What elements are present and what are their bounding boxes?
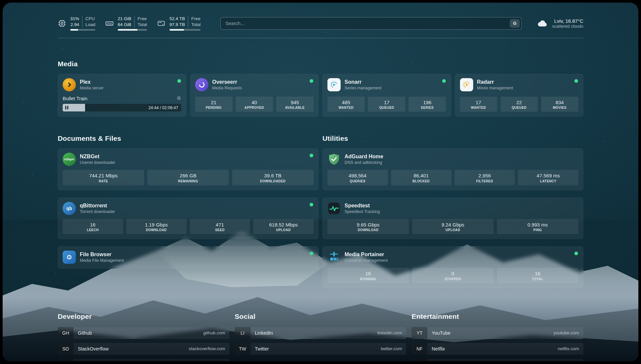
radarr-stat-wanted: 17 WANTED (460, 97, 497, 112)
bookmark-url: github.com (203, 330, 225, 335)
cpu-load-label: Load (85, 22, 95, 28)
status-dot (177, 79, 181, 83)
plex-now-playing: Bullet Train ⚙ 24:44 / 02:06:47 (63, 95, 181, 111)
bookmark-url: twitter.com (381, 346, 402, 351)
speedtest-icon (327, 202, 341, 215)
memory-total-label: Total (137, 22, 147, 28)
bookmark-url: youtube.com (554, 330, 579, 335)
bookmark-abbr: LI (235, 327, 251, 339)
disk-free-value: 52.4 TB (169, 16, 185, 22)
bookmark-abbr: SO (58, 343, 74, 355)
speedtest-stat-download: 9.65 Gbps DOWNLOAD (327, 219, 409, 234)
portainer-card[interactable]: Media Portainer Container management 16 … (322, 246, 583, 288)
media-card-grid: Plex Media server Bullet Train ⚙ 24:44 /… (58, 74, 583, 117)
disk-widget: 52.4 TB 97.9 TB Free Total (157, 16, 201, 31)
adguard-stat-blocked: 86,401 BLOCKED (391, 170, 451, 185)
portainer-stat-stopped: 0 STOPPED (412, 268, 494, 283)
bookmark-name: Twitter (255, 346, 269, 351)
bookmark-name: Netflix (432, 346, 445, 351)
service-subtitle: Container management (345, 258, 388, 263)
overseerr-stat-approved: 40 APPROVED (236, 97, 273, 112)
bookmark-abbr: RE (412, 359, 427, 361)
section-heading-entertainment: Entertainment (412, 313, 583, 320)
nzbget-stat-rate: 744.21 Mbps RATE (63, 170, 144, 185)
service-name: Sonarr (345, 79, 382, 85)
portainer-stat-running: 16 RUNNING (327, 268, 409, 283)
qbittorrent-stat-seed: 471 SEED (190, 219, 250, 234)
memory-total-value: 64 GiB (118, 22, 131, 28)
overseerr-icon (195, 78, 208, 91)
overseerr-stat-pending: 21 PENDING (195, 97, 232, 112)
overseerr-card[interactable]: Overseerr Media Requests 21 PENDING 40 A… (190, 74, 319, 117)
speedtest-card[interactable]: Speedtest Speedtest Tracking 9.65 Gbps D… (322, 197, 583, 239)
radarr-card[interactable]: Radarr Movie management 17 WANTED 22 QUE… (455, 74, 584, 117)
bookmark-url: stackoverflow.com (189, 346, 225, 351)
disk-total-value: 97.9 TB (169, 22, 185, 28)
bookmark-name: LinkedIn (255, 330, 273, 336)
cpu-usage-label: CPU (85, 16, 95, 22)
service-subtitle: Speedtest Tracking (345, 209, 380, 214)
speedtest-stat-ping: 0.993 ms PING (497, 219, 578, 234)
nzbget-stat-downloaded: 39.6 TB DOWNLOADED (232, 170, 314, 185)
service-name: qBittorrent (80, 202, 115, 209)
qbittorrent-card[interactable]: qb qBittorrent Torrent downloader 16 (58, 197, 319, 239)
qbittorrent-stat-upload: 618.52 Mbps UPLOAD (253, 219, 314, 234)
weather-location: Lviv, 16.87°C (552, 18, 583, 24)
cpu-icon (58, 19, 66, 28)
bookmark-stackoverflow[interactable]: SO StackOverflow stackoverflow.com (58, 343, 229, 355)
nzbget-stat-remaining: 266 GB REMAINING (147, 170, 229, 185)
memory-progress-bar (118, 29, 147, 31)
sonarr-card[interactable]: Sonarr Series management 485 WANTED 17 Q… (322, 74, 451, 117)
section-heading-documents: Documents & Files (58, 135, 319, 142)
section-heading-social: Social (235, 313, 407, 320)
plex-card[interactable]: Plex Media server Bullet Train ⚙ 24:44 /… (58, 74, 186, 117)
weather-widget: Lviv, 16.87°C scattered clouds (537, 18, 583, 29)
plex-icon (63, 78, 76, 91)
pause-button[interactable] (65, 106, 68, 109)
status-dot (310, 154, 313, 157)
qbittorrent-stat-leech: 16 LEECH (63, 219, 123, 234)
sonarr-stat-series: 196 SERIES (409, 97, 446, 112)
memory-widget: 21 GiB 64 GiB Free Total (105, 16, 147, 31)
memory-free-value: 21 GiB (118, 16, 131, 22)
gear-icon[interactable]: ⚙ (177, 95, 181, 101)
nzbget-icon: nzbget (63, 153, 76, 166)
status-dot (574, 79, 578, 83)
service-subtitle: Usenet downloader (80, 160, 115, 165)
service-subtitle: Movie management (477, 85, 513, 91)
bookmark-url: linkedin.com (377, 330, 402, 335)
bookmark-dev[interactable]: DT DEV dev.to (58, 359, 229, 361)
bookmark-linkedin[interactable]: LI LinkedIn linkedin.com (235, 327, 407, 339)
adguard-card[interactable]: AdGuard Home DNS and adblocking 498,564 … (322, 148, 583, 190)
service-subtitle: Media Requests (212, 85, 242, 91)
top-bar-divider (58, 38, 583, 38)
search-provider-button[interactable]: G (510, 19, 520, 28)
nzbget-card[interactable]: nzbget NZBGet Usenet downloader 744.21 M… (58, 148, 319, 190)
service-subtitle: Media server (80, 85, 104, 91)
section-heading-media: Media (58, 60, 583, 68)
service-subtitle: Media File Management (80, 258, 124, 263)
bookmark-group-social: Social LI LinkedIn linkedin.com TW Twitt… (235, 313, 407, 355)
status-dot (310, 79, 313, 83)
service-subtitle: Series management (345, 85, 382, 91)
status-dot (310, 203, 313, 206)
service-name: Speedtest (345, 202, 380, 209)
bookmark-abbr: GH (58, 327, 74, 339)
bookmark-netflix[interactable]: NF Netflix netflix.com (412, 343, 583, 355)
service-name: Radarr (477, 79, 513, 85)
search-input[interactable] (220, 17, 522, 30)
disk-free-label: Free (191, 16, 201, 22)
bookmark-group-developer: Developer GH Github github.com SO StackO… (58, 313, 229, 361)
section-heading-developer: Developer (58, 313, 229, 320)
plex-progress-bar[interactable]: 24:44 / 02:06:47 (63, 104, 181, 111)
bookmark-youtube[interactable]: YT YouTube youtube.com (412, 327, 583, 339)
memory-free-label: Free (137, 16, 147, 22)
filebrowser-icon (63, 251, 76, 264)
search-bar: G (220, 17, 522, 30)
bookmark-reddit[interactable]: RE Reddit reddit.com (412, 359, 583, 361)
bookmark-name: Github (78, 330, 92, 336)
bookmark-github[interactable]: GH Github github.com (58, 327, 229, 339)
bookmark-twitter[interactable]: TW Twitter twitter.com (235, 343, 407, 355)
status-dot (310, 252, 313, 255)
filebrowser-card[interactable]: File Browser Media File Management (58, 246, 319, 269)
